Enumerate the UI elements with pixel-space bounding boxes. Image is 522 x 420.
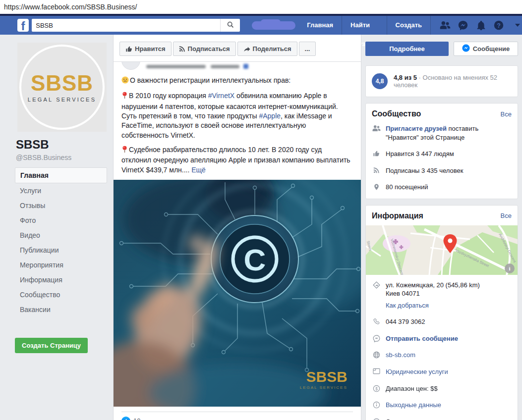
account-menu-chevron-icon[interactable]: [511, 20, 522, 31]
imprint-link[interactable]: Выходные данные: [386, 401, 441, 410]
create-page-button[interactable]: Создать Страницу: [15, 338, 88, 353]
hashtag-link[interactable]: #VirnetX: [208, 92, 234, 100]
dollar-circle-icon: $: [372, 384, 381, 392]
post-text-segment: Судебное разбирательство длилось 10 лет.…: [121, 146, 350, 174]
header-nav-3[interactable]: Создать: [387, 16, 431, 35]
header-nav-1[interactable]: Главная: [298, 16, 342, 35]
invite-friends-row: Пригласите друзей поставить "Нравится" э…: [366, 120, 518, 146]
post-paragraph: О важности регистрации интеллектуальных …: [121, 76, 353, 86]
search-icon: [227, 21, 234, 30]
directions-icon: [372, 281, 381, 289]
rating-value: 4,8 из 5: [394, 74, 417, 81]
post-header-clipped: [114, 62, 361, 73]
post-date-redacted: [146, 65, 206, 68]
like-button[interactable]: Нравится: [119, 42, 172, 56]
sidebar-menu: ГлавнаяУслугиОтзывыФотоВидеоПубликацииМе…: [15, 167, 107, 317]
info-see-all-link[interactable]: Все: [501, 212, 512, 219]
like-badge-icon[interactable]: [121, 417, 130, 420]
thumbs-up-icon: [372, 150, 381, 157]
website-link[interactable]: sb-sb.com: [386, 351, 415, 360]
friend-requests-icon[interactable]: [440, 20, 451, 31]
community-see-all-link[interactable]: Все: [501, 110, 512, 118]
location-map[interactable]: Voznesenskyi Descent Vozdvyzhenska Stree…: [366, 225, 518, 275]
sidebar-menu-item[interactable]: Сообщество: [15, 287, 107, 302]
facebook-logo[interactable]: f: [17, 19, 29, 32]
logo-title: SBSB: [31, 72, 93, 94]
sidebar-menu-item[interactable]: Видео: [15, 228, 107, 243]
imprint-row: Выходные данные: [366, 397, 518, 414]
search-button[interactable]: [220, 19, 240, 32]
sidebar-menu-item[interactable]: Главная: [15, 167, 107, 183]
address-line2: Киев 04071: [386, 290, 420, 297]
visits-text: 80 посещений: [386, 183, 428, 192]
sidebar-menu-item[interactable]: Фото: [15, 213, 107, 228]
search-input[interactable]: [32, 19, 220, 32]
right-column: Подробнее Сообщение 4,8 4,8 из 5 · Основ…: [365, 42, 518, 420]
post-image[interactable]: C SBSB LEGAL SERVICES: [114, 180, 361, 407]
post-date-redacted: [211, 65, 239, 68]
price-range-row: $ Диапазон цен: $$: [366, 380, 518, 397]
rss-icon: [372, 166, 381, 173]
browser-url-bar[interactable]: https://www.facebook.com/SBSB.Business/: [0, 0, 522, 14]
community-card: Сообщество Все Пригласите друзей постави…: [365, 103, 518, 199]
follow-button[interactable]: Подписаться: [173, 42, 236, 56]
hours-text: Откроется завтра: [386, 418, 438, 420]
message-button-label: Сообщение: [473, 45, 510, 52]
send-message-link[interactable]: Отправить сообщение: [386, 334, 458, 343]
url-text: https://www.facebook.com/SBSB.Business/: [4, 3, 137, 11]
learn-more-button[interactable]: Подробнее: [365, 42, 449, 56]
info-circle-icon: [372, 401, 381, 409]
page-profile-picture[interactable]: SBSB LEGAL SERVICES: [17, 43, 107, 132]
invite-friends-link[interactable]: Пригласите друзей: [386, 125, 447, 132]
pushpin-emoji: [121, 146, 128, 156]
sidebar-menu-item[interactable]: Информация: [15, 272, 107, 287]
community-title: Сообщество: [372, 109, 421, 118]
visits-row: 80 посещений: [366, 179, 518, 199]
like-count[interactable]: 10: [133, 417, 140, 420]
like-button-label: Нравится: [135, 45, 166, 52]
hours-row: Откроется завтра Сейчас закрыто: [366, 414, 518, 420]
help-icon[interactable]: ?: [493, 20, 504, 31]
image-watermark-sub: LEGAL SERVICES: [300, 385, 348, 390]
post-text-body: О важности регистрации интеллектуальных …: [114, 73, 361, 175]
sidebar-menu-item[interactable]: Мероприятия: [15, 258, 107, 272]
svg-text:C: C: [244, 243, 266, 277]
location-pin-icon: [372, 183, 381, 191]
send-message-row: Отправить сообщение: [366, 330, 518, 347]
logo-subtitle: LEGAL SERVICES: [28, 97, 96, 103]
category-link[interactable]: Юридические услуги: [386, 368, 448, 376]
header-nav: ГлавнаяНайти друзейСоздать: [298, 16, 431, 35]
follow-button-label: Подписаться: [188, 45, 230, 52]
message-button[interactable]: Сообщение: [454, 42, 518, 56]
phone-row: 044 379 3062: [366, 314, 518, 330]
address-line1: ул. Кожемяцкая, 20 (545,86 km): [386, 281, 480, 289]
price-range-text: Диапазон цен: $$: [386, 384, 438, 393]
globe-icon: [372, 351, 381, 359]
messenger-outline-icon: [372, 334, 381, 342]
messenger-circle-icon: [462, 44, 470, 53]
info-title: Информация: [372, 211, 423, 220]
share-button[interactable]: Поделиться: [237, 42, 297, 56]
redacted-username: [252, 21, 295, 30]
post-text-segment: В 2010 году корпорация: [129, 92, 208, 100]
facebook-header: f ГлавнаяНайти друзейСоздать ?: [0, 16, 522, 35]
facebook-page-screen: https://www.facebook.com/SBSB.Business/ …: [0, 0, 522, 420]
sidebar-menu-item[interactable]: Вакансии: [15, 302, 107, 317]
hashtag-link[interactable]: #Apple: [259, 112, 281, 120]
more-actions-button[interactable]: ...: [299, 42, 316, 56]
see-more-link[interactable]: Ещё: [191, 166, 206, 174]
sidebar-menu-item[interactable]: Публикации: [15, 243, 107, 258]
notifications-bell-icon[interactable]: [475, 20, 486, 31]
category-icon: [372, 368, 381, 374]
header-nav-2[interactable]: Найти друзей: [342, 16, 387, 35]
website-row: sb-sb.com: [366, 347, 518, 364]
sidebar-menu-item[interactable]: Услуги: [15, 183, 107, 198]
pushpin-emoji: [121, 92, 128, 102]
post-paragraph: В 2010 году корпорация #VirnetX обвинила…: [121, 91, 353, 140]
phone-number[interactable]: 044 379 3062: [386, 317, 425, 326]
directions-link[interactable]: Как добраться: [386, 301, 429, 310]
post-author-avatar[interactable]: [121, 62, 140, 70]
messenger-icon[interactable]: [458, 20, 468, 31]
post-likes-row: 10: [121, 412, 353, 420]
sidebar-menu-item[interactable]: Отзывы: [15, 198, 107, 213]
